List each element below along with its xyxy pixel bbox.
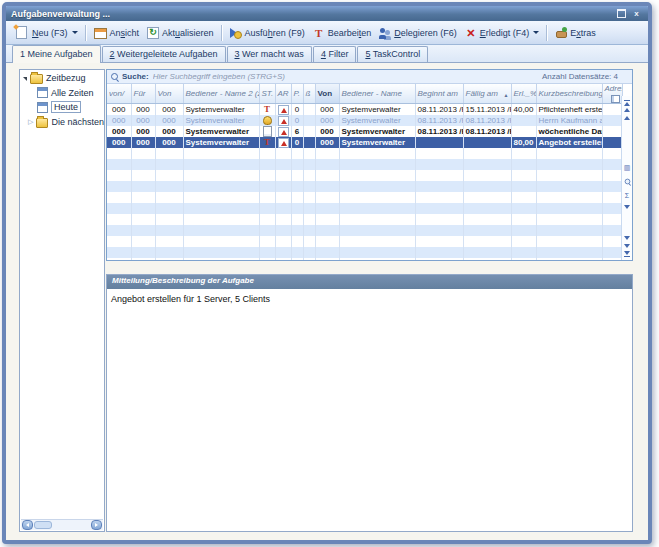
search-input[interactable] [153,72,363,81]
restore-button[interactable] [615,8,628,19]
dropdown-arrow-icon[interactable] [533,31,539,34]
bearbeiten-button[interactable]: Bearbeiten [309,25,376,41]
scroll-left-button[interactable] [22,520,33,530]
grid-body: 000000000Systemverwalter0000Systemverwal… [107,104,622,262]
tab-5-taskcontrol[interactable]: 5 TaskControl [357,46,428,62]
column-header-ar[interactable]: AR [275,84,291,104]
grid-table: von/FürVonBediener - Name 2 (z.b.ST.ARP.… [107,84,623,261]
search-label: Suche: [122,72,149,81]
tab-2-weitergeleitete-aufgaben[interactable]: 2 Weitergeleitete Aufgaben [102,46,226,62]
new-document-icon [16,26,27,39]
empty-row [107,170,622,181]
column-header-p[interactable]: P. [291,84,303,104]
empty-row [107,192,622,203]
refresh-icon [147,27,159,39]
tree-horizontal-scrollbar[interactable] [21,519,103,530]
column-header-adres[interactable]: Adres [602,84,622,104]
delegate-icon [379,27,391,39]
column-header-bediener-name[interactable]: Bediener - Name [339,84,415,104]
toolbar-separator [85,25,87,41]
prev-row-button[interactable] [624,114,630,122]
empty-row [107,203,622,214]
content-area: Zeitbezug Alle Zeiten Heute ▷ Die nächst… [6,63,648,540]
grid-search-row: Suche: Anzahl Datensätze: 4 [107,70,632,84]
empty-row [107,214,622,225]
empty-row [107,148,622,159]
delegieren-f6-button[interactable]: Delegieren (F6) [375,25,461,41]
summary-icon[interactable]: Σ [625,192,629,199]
empty-row [107,247,622,258]
close-icon: x [634,9,638,18]
column-header-bediener-name-2-z-b[interactable]: Bediener - Name 2 (z.b. [183,84,259,104]
aktualisieren-button[interactable]: Aktualisieren [143,25,218,41]
toolbar-separator [546,25,548,41]
column-chooser-icon[interactable] [611,95,620,103]
tree-item-heute[interactable]: Heute [20,99,104,114]
prev-page-button[interactable] [624,106,630,114]
column-header-f-r[interactable]: Für [131,84,155,104]
extras-icon [555,27,567,39]
calendar-icon [37,87,48,98]
ansicht-button[interactable]: Ansicht [90,25,144,41]
ansicht-label: Ansicht [110,28,140,38]
titlebar: Aufgabenverwaltung ... x [6,6,648,21]
task-row[interactable]: 000000000Systemverwalter0000Systemverwal… [107,137,622,148]
tabstrip: 1 Meine Aufgaben2 Weitergeleitete Aufgab… [6,45,648,63]
first-row-button[interactable] [624,98,630,106]
column-header-von[interactable]: von/ [107,84,131,104]
column-header-von[interactable]: Von [315,84,339,104]
tab-3-wer-macht-was[interactable]: 3 Wer macht was [227,46,312,62]
last-row-button[interactable] [624,250,630,258]
neu-f3-button[interactable]: Neu (F3) [10,24,82,41]
column-header-erl[interactable]: Erl._% [511,84,536,104]
collapse-arrow-icon[interactable] [23,77,27,81]
empty-row [107,236,622,247]
toolbar: Neu (F3)AnsichtAktualisierenAusführen (F… [6,21,648,45]
tree-item-label: Alle Zeiten [51,88,94,98]
done-icon [465,27,477,39]
next-row-button[interactable] [624,234,630,242]
column-header-[interactable]: ß [303,84,315,104]
folder-icon [30,74,43,84]
arrow-right-icon [95,523,98,527]
chart-icon [278,116,289,126]
column-header-f-llig-am[interactable]: Fällig am▲ [463,84,511,104]
task-row[interactable]: 000000000Systemverwalter0000Systemverwal… [107,104,622,116]
column-header-kurzbeschreibung[interactable]: Kurzbeschreibung [536,84,602,104]
task-row[interactable]: 000000000Systemverwalter0000Systemverwal… [107,115,622,126]
restore-icon [617,9,626,18]
column-header-beginnt-am[interactable]: Beginnt am [415,84,463,104]
tree-item-label-selected: Heute [51,101,81,113]
column-header-st[interactable]: ST. [259,84,275,104]
next-page-button[interactable] [624,242,630,250]
main-panel: Suche: Anzahl Datensätze: 4 von/FürVonBe… [106,69,633,532]
tree-item-alle-zeiten[interactable]: Alle Zeiten [20,85,104,99]
filter-icon[interactable] [624,205,630,209]
scrollbar-thumb[interactable] [34,521,52,529]
record-count: Anzahl Datensätze: 4 [542,72,618,81]
scroll-right-button[interactable] [91,520,102,530]
tab-1-meine-aufgaben[interactable]: 1 Meine Aufgaben [12,45,101,63]
erledigt-f4-button[interactable]: Erledigt (F4) [461,25,544,41]
ausf-hren-f9-button[interactable]: Ausführen (F9) [226,25,309,41]
tree-item-zeitbezug[interactable]: Zeitbezug [20,70,104,85]
tab-4-filter[interactable]: 4 Filter [313,46,357,62]
message-body[interactable]: Angebot erstellen für 1 Server, 5 Client… [107,289,632,531]
task-row[interactable]: 000000000Systemverwalter6000Systemverwal… [107,126,622,137]
app-window: Aufgabenverwaltung ... x Neu (F3)Ansicht… [2,2,652,544]
tree-item-die-naechsten[interactable]: ▷ Die nächsten [20,114,104,129]
extras-button[interactable]: Extras [551,25,600,41]
bearbeiten-label: Bearbeiten [328,28,372,38]
search-panel-icon[interactable] [623,178,630,185]
column-header-von[interactable]: Von [155,84,183,104]
expand-arrow-icon[interactable]: ▷ [28,118,33,126]
close-button[interactable]: x [630,8,643,19]
card-view-icon[interactable]: ▥ [624,164,631,171]
empty-row [107,258,622,261]
dropdown-arrow-icon[interactable] [72,31,78,34]
task-grid: Suche: Anzahl Datensätze: 4 von/FürVonBe… [106,69,633,261]
grid-side-navigator: ▥ Σ [621,96,632,260]
neu-f3-label: Neu (F3) [32,28,68,38]
view-icon [94,28,107,39]
ausf-hren-f9-label: Ausführen (F9) [245,28,305,38]
